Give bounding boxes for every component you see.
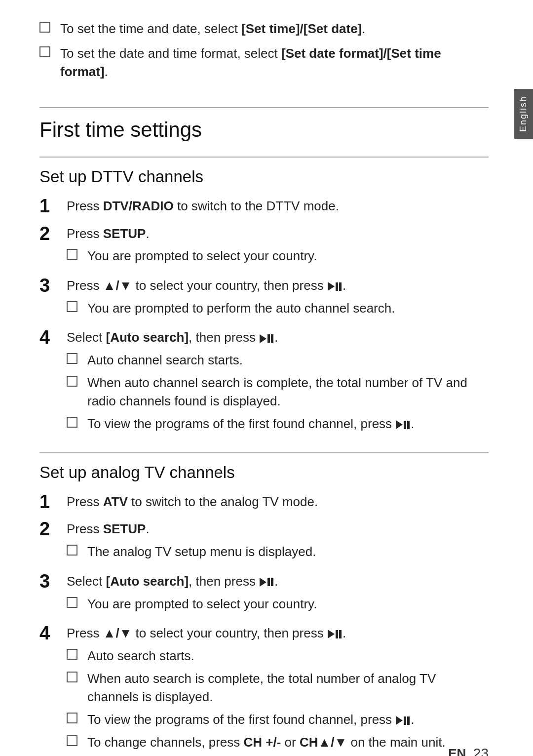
play-triangle [396, 716, 403, 725]
page-container: English To set the time and date, select… [0, 0, 533, 756]
dttv-divider [39, 157, 489, 158]
bullet-box [67, 713, 77, 723]
up-down-icon-3: ▲/▼ [103, 278, 132, 293]
analog-step-3-bullet-1: You are prompted to select your country. [67, 595, 489, 614]
play-pause-icon-a3 [260, 578, 274, 587]
dttv-step-3: 3 Press ▲/▼ to select your country, then… [39, 275, 489, 321]
play-triangle [328, 630, 335, 638]
up-down-icon-a4: ▲/▼ [103, 626, 132, 640]
play-triangle [396, 420, 403, 429]
pause-bars [403, 421, 410, 429]
dttv-step-1: 1 Press DTV/RADIO to switch to the DTTV … [39, 195, 489, 218]
dttv-step-3-bullet-1: You are prompted to perform the auto cha… [67, 299, 489, 318]
intro-bullet-2-text: To set the date and time format, select … [60, 44, 489, 81]
dttv-step-1-content: Press DTV/RADIO to switch to the DTTV mo… [67, 195, 489, 216]
play-pause-icon-inline [396, 420, 410, 429]
analog-step-4-bullet-3: To view the programs of the first found … [67, 711, 489, 729]
dttv-step-2-bullet-1: You are prompted to select your country. [67, 247, 489, 266]
play-triangle [260, 334, 266, 343]
play-pause-icon-inline2 [396, 716, 410, 725]
bullet-box [67, 735, 77, 746]
dttv-subtitle: Set up DTTV channels [39, 167, 489, 186]
play-triangle [328, 282, 335, 291]
dttv-step-2-content: Press SETUP. You are prompted to select … [67, 223, 489, 270]
analog-step-1-num: 1 [39, 491, 67, 514]
dttv-step-4: 4 Select [Auto search], then press . Aut… [39, 326, 489, 437]
analog-step-3: 3 Select [Auto search], then press . You… [39, 570, 489, 617]
analog-step-2-num: 2 [39, 518, 67, 541]
bullet-box [67, 249, 77, 260]
dttv-step-4-content: Select [Auto search], then press . Auto … [67, 326, 489, 437]
analog-step-1: 1 Press ATV to switch to the analog TV m… [39, 491, 489, 514]
analog-step-4-bullet-2: When auto search is complete, the total … [67, 670, 489, 707]
side-tab: English [514, 89, 533, 139]
pause-bars [403, 716, 410, 725]
analog-step-4-content: Press ▲/▼ to select your country, then p… [67, 622, 489, 756]
analog-step-1-content: Press ATV to switch to the analog TV mod… [67, 491, 489, 512]
dttv-step-1-num: 1 [39, 195, 67, 218]
bullet-box [67, 376, 77, 387]
analog-step-2-bullet-1: The analog TV setup menu is displayed. [67, 543, 489, 561]
bullet-box [67, 545, 77, 556]
bullet-box [67, 649, 77, 660]
bullet-box [67, 597, 77, 608]
analog-step-2: 2 Press SETUP. The analog TV setup menu … [39, 518, 489, 565]
dttv-step-4-num: 4 [39, 326, 67, 349]
footer-page-num: 23 [473, 746, 489, 756]
intro-bullet-1: To set the time and date, select [Set ti… [39, 20, 489, 39]
play-pause-icon-4 [260, 334, 274, 343]
dttv-step-4-bullet-1: Auto channel search starts. [67, 351, 489, 370]
analog-step-3-num: 3 [39, 570, 67, 593]
bullet-box [67, 353, 77, 364]
play-pause-icon-3 [328, 282, 342, 291]
main-divider [39, 107, 489, 108]
bullet-box [67, 417, 77, 428]
dttv-steps-list: 1 Press DTV/RADIO to switch to the DTTV … [39, 195, 489, 438]
analog-steps-list: 1 Press ATV to switch to the analog TV m… [39, 491, 489, 756]
intro-bullet-1-text: To set the time and date, select [Set ti… [60, 20, 366, 39]
play-pause-icon-a4 [328, 630, 342, 638]
dttv-step-3-content: Press ▲/▼ to select your country, then p… [67, 275, 489, 321]
bullet-box [67, 672, 77, 682]
bullet-box-2 [39, 46, 50, 57]
analog-divider [39, 452, 489, 453]
dttv-step-4-bullet-3: To view the programs of the first found … [67, 415, 489, 434]
analog-step-4: 4 Press ▲/▼ to select your country, then… [39, 622, 489, 756]
analog-step-4-bullet-1: Auto search starts. [67, 647, 489, 666]
intro-bullet-2: To set the date and time format, select … [39, 44, 489, 81]
play-triangle [260, 578, 266, 587]
pause-bars [335, 630, 342, 638]
dttv-step-2-num: 2 [39, 223, 67, 245]
bullet-box [67, 301, 77, 312]
pause-bars [267, 578, 274, 586]
section-title: First time settings [39, 118, 489, 142]
analog-step-2-content: Press SETUP. The analog TV setup menu is… [67, 518, 489, 565]
side-tab-label: English [518, 96, 528, 132]
analog-step-4-bullet-4: To change channels, press CH +/- or CH▲/… [67, 733, 489, 752]
analog-step-4-num: 4 [39, 622, 67, 645]
footer: EN 23 [448, 746, 489, 756]
dttv-step-2: 2 Press SETUP. You are prompted to selec… [39, 223, 489, 270]
dttv-step-3-num: 3 [39, 275, 67, 297]
pause-bars [335, 282, 342, 291]
footer-en-label: EN [448, 746, 466, 756]
bullet-box-1 [39, 22, 50, 33]
analog-subtitle: Set up analog TV channels [39, 463, 489, 482]
intro-section: To set the time and date, select [Set ti… [39, 20, 489, 92]
analog-step-3-content: Select [Auto search], then press . You a… [67, 570, 489, 617]
pause-bars [267, 334, 274, 343]
dttv-step-4-bullet-2: When auto channel search is complete, th… [67, 374, 489, 411]
